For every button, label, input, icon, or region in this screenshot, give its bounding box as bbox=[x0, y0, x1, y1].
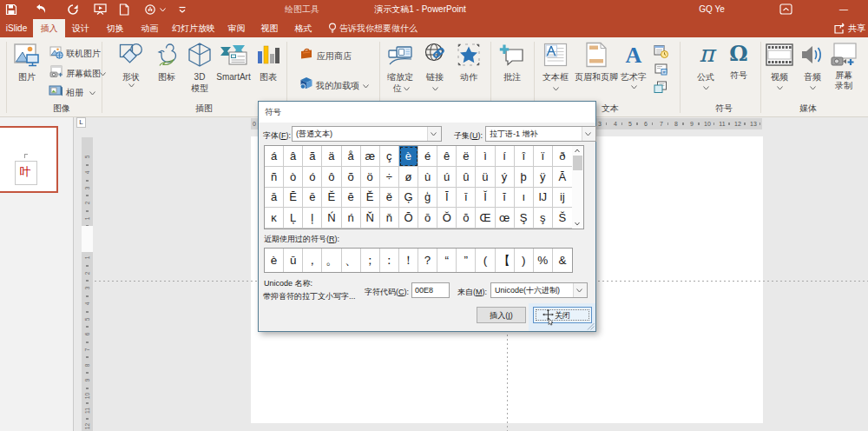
combo-dropdown-button[interactable] bbox=[582, 127, 595, 141]
symbol-cell[interactable]: õ bbox=[342, 167, 361, 188]
recent-symbol-cell[interactable]: 、 bbox=[342, 249, 361, 272]
symbol-cell[interactable]: ý bbox=[496, 167, 515, 188]
recent-symbol-cell[interactable]: “ bbox=[437, 249, 457, 272]
online-pictures-button[interactable]: 联机图片 bbox=[66, 49, 101, 59]
insert-button[interactable]: 插入(I) bbox=[477, 307, 526, 323]
symbol-cell[interactable]: Ń bbox=[322, 208, 341, 229]
undo-icon[interactable] bbox=[34, 3, 47, 15]
symbol-cell[interactable]: Ŏ bbox=[437, 208, 457, 229]
screenshot-button[interactable]: 屏幕截图 bbox=[66, 69, 101, 79]
tab-动画[interactable]: 动画 bbox=[136, 19, 163, 37]
recent-symbol-cell[interactable]: ！ bbox=[399, 249, 418, 272]
tellme-box[interactable]: 告诉我你想要做什么 bbox=[339, 19, 452, 37]
symbol-cell[interactable]: å bbox=[342, 146, 361, 167]
recent-symbol-cell[interactable]: ū bbox=[284, 249, 303, 272]
subset-combobox[interactable]: 拉丁语-1 增补 bbox=[485, 126, 596, 142]
symbol-cell[interactable]: ı bbox=[515, 188, 534, 209]
recent-symbol-cell[interactable]: & bbox=[553, 249, 572, 272]
symbol-cell[interactable]: ú bbox=[437, 167, 457, 188]
newfile-icon[interactable] bbox=[119, 3, 129, 16]
symbol-cell[interactable]: ģ bbox=[418, 188, 437, 209]
recent-symbol-cell[interactable]: è bbox=[265, 249, 284, 272]
symbol-cell[interactable]: ŏ bbox=[457, 208, 476, 229]
symbol-cell[interactable]: æ bbox=[361, 146, 380, 167]
tab-幻灯片放映[interactable]: 幻灯片放映 bbox=[168, 19, 220, 37]
symbol-cell[interactable]: ń bbox=[342, 208, 361, 229]
symbol-cell[interactable]: î bbox=[515, 146, 534, 167]
scroll-down-icon[interactable] bbox=[572, 220, 582, 228]
customize-qat-icon[interactable] bbox=[178, 5, 187, 14]
recent-symbol-cell[interactable]: ( bbox=[476, 249, 495, 272]
slideshow-icon[interactable] bbox=[94, 3, 107, 15]
recent-symbol-cell[interactable]: % bbox=[534, 249, 553, 272]
symbol-cell[interactable]: ö bbox=[361, 167, 380, 188]
save-icon[interactable] bbox=[5, 3, 17, 16]
tab-iSlide[interactable]: iSlide bbox=[0, 19, 33, 37]
symbol-cell[interactable]: Ş bbox=[515, 208, 534, 229]
symbol-grid-scrollbar[interactable] bbox=[572, 145, 584, 229]
share-button[interactable]: 共享 bbox=[848, 19, 868, 37]
symbol-cell[interactable]: Œ bbox=[476, 208, 495, 229]
recent-symbol-cell[interactable]: ： bbox=[380, 249, 399, 272]
symbol-cell[interactable]: ô bbox=[322, 167, 341, 188]
tab-type-selector-button[interactable]: L bbox=[76, 117, 86, 128]
symbol-cell[interactable]: ó bbox=[303, 167, 322, 188]
symbol-cell[interactable]: ī bbox=[457, 188, 476, 209]
symbol-cell[interactable]: Š bbox=[553, 208, 572, 229]
font-combobox[interactable]: (普通文本) bbox=[292, 126, 442, 142]
tab-视图[interactable]: 视图 bbox=[256, 19, 283, 37]
symbol-cell[interactable]: ã bbox=[303, 146, 322, 167]
from-combobox[interactable]: Unicode(十六进制) bbox=[490, 282, 588, 298]
symbol-cell[interactable]: Ē bbox=[284, 188, 303, 209]
minimize-button[interactable]: — bbox=[835, 0, 852, 19]
symbol-cell[interactable]: Ĕ bbox=[322, 188, 341, 209]
symbol-cell[interactable]: Ī bbox=[437, 188, 457, 209]
combo-dropdown-button[interactable] bbox=[427, 127, 441, 141]
recent-symbol-cell[interactable]: ？ bbox=[418, 249, 437, 272]
recent-symbol-cell[interactable]: ； bbox=[361, 249, 380, 272]
symbol-cell[interactable]: ÿ bbox=[534, 167, 553, 188]
symbol-cell[interactable]: ĳ bbox=[553, 188, 572, 209]
recent-symbol-cell[interactable]: ) bbox=[515, 249, 534, 272]
symbol-cell-selected[interactable]: è bbox=[399, 146, 418, 167]
symbol-cell[interactable]: ä bbox=[322, 146, 341, 167]
recent-symbol-cell[interactable]: 【 bbox=[496, 249, 515, 272]
scroll-up-icon[interactable] bbox=[572, 147, 582, 155]
symbol-cell[interactable]: ò bbox=[284, 167, 303, 188]
tab-审阅[interactable]: 审阅 bbox=[223, 19, 250, 37]
charcode-input[interactable]: 00E8 bbox=[411, 282, 450, 298]
tab-设计[interactable]: 设计 bbox=[68, 19, 94, 37]
symbol-cell[interactable]: ÷ bbox=[380, 167, 399, 188]
symbol-cell[interactable]: ň bbox=[380, 208, 399, 229]
redo-icon[interactable] bbox=[67, 3, 79, 16]
symbol-cell[interactable]: Ň bbox=[361, 208, 380, 229]
symbol-cell[interactable]: ĸ bbox=[265, 208, 284, 229]
symbol-cell[interactable]: Ō bbox=[399, 208, 418, 229]
symbol-cell[interactable]: Ģ bbox=[399, 188, 418, 209]
symbol-cell[interactable]: í bbox=[496, 146, 515, 167]
symbol-cell[interactable]: ü bbox=[476, 167, 495, 188]
ribbon-display-options-icon[interactable] bbox=[779, 3, 792, 15]
tab-插入[interactable]: 插入 bbox=[33, 19, 65, 37]
symbol-cell[interactable]: ï bbox=[534, 146, 553, 167]
symbol-cell[interactable]: ĕ bbox=[342, 188, 361, 209]
symbol-cell[interactable]: â bbox=[284, 146, 303, 167]
symbol-cell[interactable]: á bbox=[265, 146, 284, 167]
recent-symbol-cell[interactable]: ” bbox=[457, 249, 476, 272]
symbol-cell[interactable]: Ā bbox=[553, 167, 572, 188]
symbol-cell[interactable]: û bbox=[457, 167, 476, 188]
symbol-cell[interactable]: ì bbox=[476, 146, 495, 167]
recent-symbol-cell[interactable]: ， bbox=[303, 249, 322, 272]
symbol-cell[interactable]: ā bbox=[265, 188, 284, 209]
symbol-cell[interactable]: ō bbox=[418, 208, 437, 229]
share-icon[interactable] bbox=[833, 23, 845, 34]
my-addins-button[interactable]: 我的加载项 bbox=[316, 81, 359, 91]
symbol-cell[interactable]: þ bbox=[515, 167, 534, 188]
symbol-cell[interactable]: Ĭ bbox=[476, 188, 495, 209]
symbol-cell[interactable]: ë bbox=[457, 146, 476, 167]
symbol-cell[interactable]: œ bbox=[496, 208, 515, 229]
photo-album-button[interactable]: 相册 bbox=[66, 88, 83, 98]
symbol-cell[interactable]: ĭ bbox=[496, 188, 515, 209]
symbol-cell[interactable]: ş bbox=[534, 208, 553, 229]
touch-mode-caret-icon[interactable] bbox=[160, 8, 166, 12]
